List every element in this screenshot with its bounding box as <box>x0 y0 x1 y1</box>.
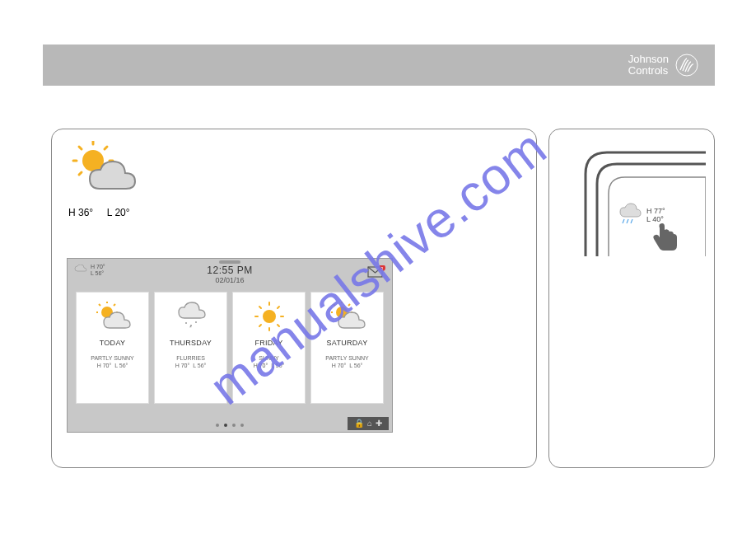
current-high: H 36° <box>68 207 93 218</box>
forecast-card[interactable]: TODAY PARTLY SUNNY H 70° L 56° <box>76 292 149 404</box>
svg-point-0 <box>676 54 698 76</box>
day-label: FRIDAY <box>254 339 282 347</box>
widget-time: 12:55 PM <box>207 265 252 276</box>
svg-line-16 <box>99 304 100 306</box>
svg-line-29 <box>259 325 261 326</box>
svg-line-36 <box>334 304 335 306</box>
forecast-card[interactable]: FRIDAY SUNNY H 70° L 56° <box>232 292 306 404</box>
widget-corner-buttons[interactable]: 🔒 ⌂ ✚ <box>348 417 389 430</box>
current-low: L 20° <box>107 207 130 218</box>
day-label: SATURDAY <box>326 339 367 347</box>
forecast-widget: H 70° L 56° 12:55 PM 02/01/16 2 <box>67 258 393 433</box>
svg-point-18 <box>185 322 187 324</box>
forecast-card[interactable]: SATURDAY PARTLY SUNNY H 70° L 56° <box>310 292 384 404</box>
svg-point-20 <box>195 321 197 323</box>
high-low: H 70° L 56° <box>254 363 285 368</box>
high-low: H 70° L 56° <box>97 363 128 368</box>
page-dots[interactable] <box>213 415 246 430</box>
mail-button[interactable]: 2 <box>367 265 385 279</box>
svg-line-7 <box>105 147 107 149</box>
svg-line-8 <box>79 172 82 175</box>
svg-line-6 <box>79 147 82 149</box>
condition: FLURRIES <box>176 355 205 361</box>
brand-line2: Controls <box>628 65 669 77</box>
plus-icon[interactable]: ✚ <box>376 419 382 428</box>
current-high-low: H 36° L 20° <box>68 207 175 218</box>
svg-line-40 <box>631 219 632 223</box>
high-low: H 70° L 56° <box>332 363 363 368</box>
svg-text:*: * <box>189 325 192 330</box>
day-label: TODAY <box>100 339 126 347</box>
day-label: THURSDAY <box>170 339 212 347</box>
lock-icon[interactable]: 🔒 <box>354 419 364 428</box>
current-weather: H 36° L 20° <box>68 141 175 218</box>
svg-line-17 <box>114 304 115 306</box>
rain-cloud-icon <box>74 265 87 276</box>
brand-glyph-icon <box>675 54 698 77</box>
widget-footer: 🔒 ⌂ ✚ <box>68 414 392 432</box>
mini-low: L 56° <box>91 270 105 277</box>
forecast-cards: TODAY PARTLY SUNNY H 70° L 56° * THURSDA… <box>68 292 392 404</box>
condition: SUNNY <box>259 355 279 361</box>
svg-line-30 <box>278 325 279 326</box>
svg-line-28 <box>278 307 279 308</box>
svg-line-27 <box>259 307 261 308</box>
svg-line-39 <box>627 219 628 223</box>
widget-mini-weather[interactable]: H 70° L 56° <box>74 264 105 277</box>
brand-line1: Johnson <box>628 54 669 65</box>
top-banner: Johnson Controls <box>43 44 715 86</box>
svg-line-37 <box>348 304 350 306</box>
svg-line-38 <box>623 219 624 223</box>
sunny-icon <box>251 299 287 335</box>
brand-logo: Johnson Controls <box>628 54 698 77</box>
widget-date: 02/01/16 <box>215 276 244 284</box>
flurries-icon: * <box>173 299 209 335</box>
high-low: H 70° L 56° <box>175 363 207 368</box>
partly-sunny-icon <box>95 299 131 335</box>
condition: PARTLY SUNNY <box>91 355 133 361</box>
main-panel: H 36° L 20° H 70° L 56° 12:55 PM 02/01/1… <box>51 129 537 468</box>
mail-badge: 2 <box>381 266 384 271</box>
side-panel: H 77° L 40° <box>548 129 715 468</box>
home-icon[interactable]: ⌂ <box>367 419 372 428</box>
brand-text: Johnson Controls <box>628 54 669 77</box>
partly-sunny-icon <box>68 141 175 202</box>
forecast-card[interactable]: * THURSDAY FLURRIES H 70° L 56° <box>154 292 227 404</box>
device-frame: H 77° L 40° <box>561 141 706 256</box>
touch-low: L 40° <box>646 215 664 223</box>
partly-sunny-icon <box>329 299 366 335</box>
condition: PARTLY SUNNY <box>325 355 368 361</box>
svg-point-22 <box>263 310 276 323</box>
mini-high: H 70° <box>91 264 105 270</box>
touch-high: H 77° <box>646 207 665 215</box>
widget-header: H 70° L 56° 12:55 PM 02/01/16 2 <box>68 259 392 290</box>
